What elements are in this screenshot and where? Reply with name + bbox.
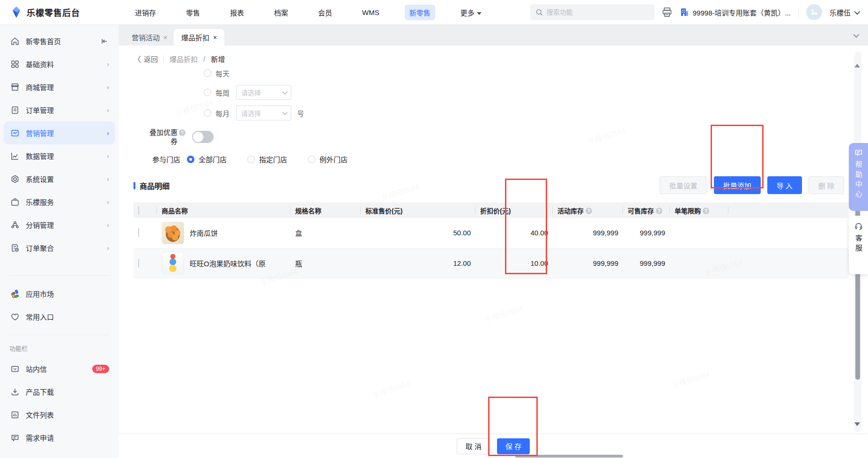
sidebar-item-favorites[interactable]: 常用入口 xyxy=(4,305,115,328)
radio-daily-label: 每天 xyxy=(215,68,230,78)
account-switcher[interactable]: 99998-培训专用账套（黄凯）... xyxy=(680,8,791,17)
delete-button[interactable]: 删 除 xyxy=(809,176,844,194)
help-icon[interactable]: ? xyxy=(703,208,709,214)
sidebar-item-settings[interactable]: 系统设置 › xyxy=(4,167,115,190)
sidebar-item-label: 新零售首页 xyxy=(26,36,61,46)
sidebar-item-request[interactable]: 需求申请 xyxy=(4,426,115,449)
discount-price-cell: 40.00 xyxy=(475,218,553,248)
collapse-sidebar-icon[interactable] xyxy=(100,38,109,45)
app-logo[interactable]: 乐檬零售后台 xyxy=(0,6,117,18)
close-tab-icon[interactable]: × xyxy=(213,34,217,41)
close-tab-icon[interactable]: × xyxy=(163,34,167,41)
nav-item-wms[interactable]: WMS xyxy=(357,6,384,19)
sidebar-item-app-market[interactable]: 应用市场 xyxy=(4,282,115,305)
batch-add-button[interactable]: 批量添加 xyxy=(714,176,761,194)
customer-service-button[interactable]: 客服 xyxy=(849,216,868,274)
horizontal-scrollbar-thumb[interactable] xyxy=(515,455,623,458)
row-checkbox[interactable] xyxy=(138,228,139,237)
nav-item-xinlingshou[interactable]: 新零售 xyxy=(405,5,435,20)
table-header-row: 商品名称 规格名称 标准售价(元) 折扣价(元) 活动库存? 可售库存? 单笔限… xyxy=(134,203,849,218)
batch-set-button[interactable]: 批量设置 xyxy=(660,176,707,194)
sidebar-item-marketing[interactable]: 营销管理 › xyxy=(4,121,115,144)
comment-icon xyxy=(10,433,20,443)
col-activity-stock: 活动库存? xyxy=(553,203,623,218)
back-button[interactable]: 〈 返回 xyxy=(134,53,158,64)
topbar-divider xyxy=(798,7,799,17)
top-bar: 乐檬零售后台 进销存 零售 报表 档案 会员 WMS 新零售 更多 xyxy=(0,0,868,25)
search-input[interactable] xyxy=(547,8,640,16)
stack-coupon-label: 叠加优惠 券 xyxy=(138,128,178,146)
scroll-up-arrow[interactable] xyxy=(854,64,860,68)
nav-item-dangan[interactable]: 档案 xyxy=(269,5,293,20)
back-label: 返回 xyxy=(144,54,158,64)
search-box[interactable] xyxy=(530,4,654,20)
save-button[interactable]: 保 存 xyxy=(497,438,530,454)
select-all-checkbox[interactable] xyxy=(138,206,139,215)
radio-excluded-stores[interactable]: 例外门店 xyxy=(308,154,348,164)
sidebar-item-data[interactable]: 数据管理 › xyxy=(4,144,115,167)
nav-item-huiyuan[interactable]: 会员 xyxy=(313,5,337,20)
section-accent-bar xyxy=(134,182,135,189)
tab-list-dropdown[interactable] xyxy=(848,29,862,42)
radio-monthly[interactable] xyxy=(204,109,211,117)
sidebar-item-orders[interactable]: 订单管理 › xyxy=(4,98,115,121)
sidebar-item-file-list[interactable]: 文件列表 xyxy=(4,403,115,426)
import-button[interactable]: 导 入 xyxy=(767,176,802,194)
app-market-pinwheel-icon xyxy=(10,289,20,299)
activity-stock-cell: 999,999 xyxy=(553,218,623,248)
sidebar-item-label: 产品下载 xyxy=(26,387,54,397)
nav-item-more[interactable]: 更多 xyxy=(456,5,486,20)
sidebar-item-label: 系统设置 xyxy=(26,174,54,184)
sidebar-item-label: 订单管理 xyxy=(26,105,54,115)
help-icon[interactable]: ? xyxy=(179,129,185,136)
nav-item-jinxiaocun[interactable]: 进销存 xyxy=(130,5,161,20)
watermark: 乐檬伍0564 xyxy=(670,368,711,391)
back-arrow-icon: 〈 xyxy=(134,53,141,64)
sidebar-item-distribution[interactable]: 分销管理 › xyxy=(4,213,115,236)
help-center-tab[interactable]: 帮助中心 xyxy=(849,143,868,211)
sellable-stock-cell: 999,999 xyxy=(623,218,670,248)
radio-all-stores[interactable]: 全部门店 xyxy=(187,154,227,164)
sidebar-item-home[interactable]: 新零售首页 xyxy=(4,30,115,53)
radio-specified-stores[interactable]: 指定门店 xyxy=(247,154,287,164)
stack-coupon-toggle[interactable] xyxy=(192,131,214,143)
weekday-select[interactable]: 请选择 xyxy=(236,85,291,100)
radio-weekly[interactable] xyxy=(204,89,211,96)
sidebar-divider xyxy=(8,275,110,276)
cancel-button[interactable]: 取 消 xyxy=(457,438,490,454)
nav-item-lingshou[interactable]: 零售 xyxy=(181,5,205,20)
sidebar-item-product-download[interactable]: 产品下载 xyxy=(4,380,115,403)
user-menu[interactable]: 乐檬伍 xyxy=(830,8,859,17)
radio-label: 全部门店 xyxy=(199,154,227,164)
download-icon xyxy=(10,387,20,397)
sidebar-item-services[interactable]: 乐檬服务 › xyxy=(4,190,115,213)
tab-hot-discount[interactable]: 爆品折扣 × xyxy=(174,29,224,45)
product-name: 炸南瓜饼 xyxy=(190,228,218,238)
sidebar-item-label: 应用市场 xyxy=(26,289,54,299)
toggle-knob xyxy=(193,132,203,142)
row-checkbox[interactable] xyxy=(138,259,139,268)
sidebar-item-basic-data[interactable]: 基础资料 › xyxy=(4,53,115,75)
radio-label: 例外门店 xyxy=(319,154,348,164)
sidebar-item-label: 营销管理 xyxy=(26,128,54,138)
help-icon[interactable]: ? xyxy=(586,208,592,214)
main-content: 〈 返回 爆品折扣 / 新增 每天 每周 请选择 每月 请选择 号 叠加优惠 券… xyxy=(119,45,868,434)
marketing-chart-icon xyxy=(10,128,20,138)
printer-icon[interactable] xyxy=(662,7,672,17)
sidebar-item-mall[interactable]: 商城管理 › xyxy=(4,75,115,98)
sidebar: 新零售首页 基础资料 › 商城管理 › 订单管理 › 营销管理 › xyxy=(0,25,119,458)
more-caret-icon xyxy=(477,12,482,15)
sidebar-item-inbox[interactable]: 站内信 99+ xyxy=(4,357,115,380)
sidebar-item-order-aggregation[interactable]: 订单聚合 › xyxy=(4,236,115,259)
scroll-down-arrow[interactable] xyxy=(854,422,860,426)
radio-daily[interactable] xyxy=(204,69,211,77)
sellable-stock-cell: 999,999 xyxy=(623,248,670,278)
tab-marketing-activity[interactable]: 营销活动 × xyxy=(124,29,175,45)
help-icon[interactable]: ? xyxy=(656,208,662,214)
monthday-select[interactable]: 请选择 xyxy=(236,105,291,120)
product-table: 商品名称 规格名称 标准售价(元) 折扣价(元) 活动库存? 可售库存? 单笔限… xyxy=(134,203,849,278)
nav-item-baobiao[interactable]: 报表 xyxy=(225,5,249,20)
sidebar-item-label: 文件列表 xyxy=(26,410,54,420)
avatar[interactable] xyxy=(806,4,822,20)
account-name: 99998-培训专用账套（黄凯）... xyxy=(693,8,791,17)
